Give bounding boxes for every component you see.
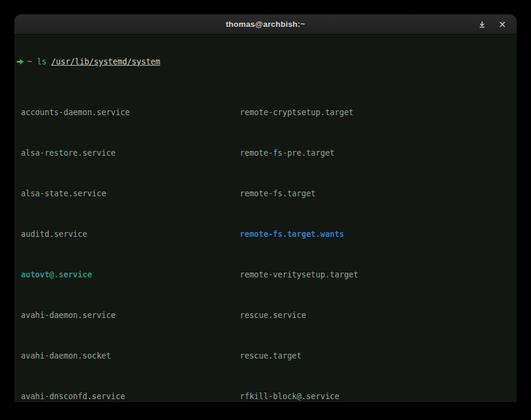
- file-entry: remote-fs.target: [240, 189, 316, 199]
- listing-row: avahi-daemon.socketrescue.target: [17, 351, 514, 361]
- file-entry: remote-veritysetup.target: [240, 270, 359, 280]
- file-entry: avahi-daemon.service: [21, 310, 240, 320]
- file-listing: accounts-daemon.serviceremote-cryptsetup…: [17, 87, 514, 402]
- listing-row: accounts-daemon.serviceremote-cryptsetup…: [17, 107, 514, 118]
- titlebar[interactable]: thomas@archbish:~: [14, 14, 517, 35]
- file-entry: remote-fs.target.wants: [240, 229, 344, 239]
- file-entry: accounts-daemon.service: [21, 107, 240, 118]
- file-entry: alsa-restore.service: [21, 148, 240, 158]
- prompt-argument: /usr/lib/systemd/system: [51, 57, 160, 67]
- file-entry: remote-cryptsetup.target: [240, 107, 354, 118]
- close-button[interactable]: [495, 17, 510, 32]
- window-title: thomas@archbish:~: [226, 20, 305, 29]
- prompt-cwd: ~: [27, 57, 32, 67]
- download-button[interactable]: [475, 17, 489, 32]
- titlebar-controls: [475, 14, 510, 34]
- file-entry: rescue.service: [240, 310, 306, 320]
- shell-prompt: ~ ls /usr/lib/systemd/system: [17, 57, 514, 67]
- download-icon: [478, 20, 486, 29]
- file-entry: avahi-daemon.socket: [21, 351, 240, 361]
- file-entry: auditd.service: [21, 229, 240, 239]
- close-icon: [499, 21, 506, 28]
- terminal-window: thomas@archbish:~: [14, 14, 517, 402]
- file-entry: remote-fs-pre.target: [240, 148, 335, 158]
- terminal-screen[interactable]: ~ ls /usr/lib/systemd/system accounts-da…: [14, 35, 517, 402]
- file-entry: autovt@.service: [21, 270, 240, 280]
- listing-row: auditd.serviceremote-fs.target.wants: [17, 229, 514, 239]
- file-entry: rfkill-block@.service: [240, 391, 339, 402]
- prompt-command: ls: [37, 57, 47, 67]
- listing-row: autovt@.serviceremote-veritysetup.target: [17, 270, 514, 280]
- file-entry: avahi-dnsconfd.service: [21, 391, 240, 402]
- listing-row: avahi-dnsconfd.servicerfkill-block@.serv…: [17, 391, 514, 402]
- listing-row: alsa-restore.serviceremote-fs-pre.target: [17, 148, 514, 158]
- prompt-arrow-icon: [17, 58, 24, 65]
- listing-row: alsa-state.serviceremote-fs.target: [17, 189, 514, 199]
- file-entry: alsa-state.service: [21, 189, 240, 199]
- file-entry: rescue.target: [240, 351, 301, 361]
- listing-row: avahi-daemon.servicerescue.service: [17, 310, 514, 320]
